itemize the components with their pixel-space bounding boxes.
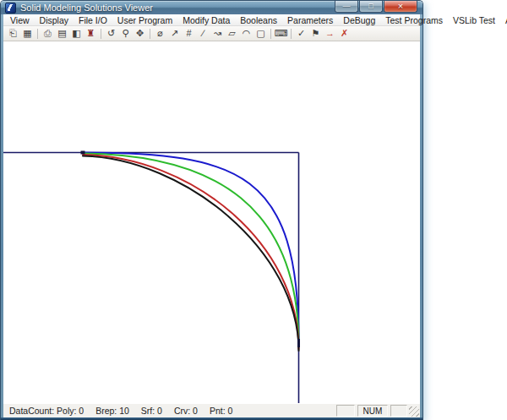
green-blend-curve bbox=[83, 154, 299, 346]
window-title: Solid Modeling Solutions Viewer bbox=[20, 3, 153, 13]
status-datacount: DataCount: Poly: 0 Brep: 10 Srf: 0 Crv: … bbox=[6, 406, 334, 416]
image-icon[interactable]: ▦ bbox=[20, 27, 35, 40]
redo-arrow-icon[interactable]: → bbox=[323, 27, 337, 40]
maximize-button[interactable]: □ bbox=[359, 1, 383, 13]
menu-item-test-programs[interactable]: Test Programs bbox=[380, 14, 448, 25]
blue-blend-curve bbox=[83, 153, 299, 343]
client-area: View Display File I/O User Program Modif… bbox=[3, 14, 420, 417]
toolbar-separator bbox=[37, 29, 38, 39]
menu-item-display[interactable]: Display bbox=[35, 14, 74, 25]
pan-icon[interactable]: ✥ bbox=[133, 27, 147, 40]
line-icon[interactable]: ∕ bbox=[196, 27, 210, 40]
arc-icon[interactable]: ◠ bbox=[239, 27, 254, 40]
num-lock-indicator: NUM bbox=[357, 405, 388, 417]
status-bar: DataCount: Poly: 0 Brep: 10 Srf: 0 Crv: … bbox=[3, 403, 420, 417]
menu-item-vslib-test[interactable]: VSLib Test bbox=[448, 14, 500, 25]
toolbar-separator bbox=[101, 29, 101, 39]
app-icon[interactable] bbox=[5, 3, 16, 14]
check-icon[interactable]: ✓ bbox=[294, 27, 308, 40]
menu-item-view[interactable]: View bbox=[5, 14, 35, 25]
status-pane-blank bbox=[390, 405, 407, 417]
notes-icon[interactable]: ⌨ bbox=[274, 27, 288, 40]
menu-item-booleans[interactable]: Booleans bbox=[235, 14, 282, 25]
menu-item-about[interactable]: About bbox=[500, 14, 507, 25]
polyline-icon[interactable]: ↝ bbox=[210, 27, 225, 40]
end-point-marker bbox=[297, 339, 300, 347]
start-point-marker bbox=[81, 151, 85, 155]
rotate-icon[interactable]: ↺ bbox=[104, 27, 118, 40]
menu-item-debugg[interactable]: DeBugg bbox=[338, 14, 380, 25]
menu-item-modify-data[interactable]: Modify Data bbox=[177, 14, 235, 25]
document-icon[interactable]: ▤ bbox=[55, 27, 69, 40]
menu-item-parameters[interactable]: Parameters bbox=[282, 14, 338, 25]
delete-icon[interactable]: ♜ bbox=[84, 27, 98, 40]
desktop: { "window": { "title": "Solid Modeling S… bbox=[0, 0, 507, 420]
transform-icon[interactable]: ▱ bbox=[225, 27, 239, 40]
toolbar: ⎗ ▦ ⎙ ▤ ◧ ♜ ↺ ⚲ ✥ ⌀ ↗ # ∕ ↝ ▱ ◠ ▢ ⌨ ✓ ⚑ … bbox=[3, 26, 420, 41]
status-segment-poly: DataCount: Poly: 0 bbox=[9, 406, 84, 416]
print-icon[interactable]: ⎙ bbox=[41, 27, 55, 40]
drawing-viewport[interactable] bbox=[3, 41, 420, 403]
eraser-icon[interactable]: ◧ bbox=[69, 27, 84, 40]
status-segment-crv: Crv: 0 bbox=[174, 406, 198, 416]
region-icon[interactable]: ▢ bbox=[254, 27, 268, 40]
toolbar-separator bbox=[291, 29, 292, 39]
title-bar[interactable]: Solid Modeling Solutions Viewer — □ × bbox=[1, 1, 422, 14]
resize-grip[interactable] bbox=[409, 406, 419, 417]
grid-icon[interactable]: # bbox=[182, 27, 196, 40]
zoom-icon[interactable]: ⚲ bbox=[118, 27, 133, 40]
close-button[interactable]: × bbox=[384, 1, 417, 13]
menu-bar: View Display File I/O User Program Modif… bbox=[3, 14, 420, 26]
flag-icon[interactable]: ⚑ bbox=[308, 27, 323, 40]
curve-icon[interactable]: ⌀ bbox=[153, 27, 167, 40]
window-controls: — □ × bbox=[334, 1, 417, 13]
red-blend-curve bbox=[83, 155, 299, 349]
status-segment-brep: Brep: 10 bbox=[95, 406, 129, 416]
app-window: Solid Modeling Solutions Viewer — □ × Vi… bbox=[0, 0, 423, 420]
blend-curves-drawing bbox=[3, 41, 420, 403]
status-segment-srf: Srf: 0 bbox=[141, 406, 162, 416]
menu-item-user-program[interactable]: User Program bbox=[112, 14, 177, 25]
menu-item-file-io[interactable]: File I/O bbox=[74, 14, 112, 25]
status-segment-pnt: Pnt: 0 bbox=[210, 406, 232, 416]
point-icon[interactable]: ↗ bbox=[167, 27, 182, 40]
toolbar-separator bbox=[270, 29, 271, 39]
toolbar-separator bbox=[150, 29, 150, 39]
close-x-icon[interactable]: ✗ bbox=[337, 27, 352, 40]
status-pane-blank bbox=[336, 405, 355, 417]
minimize-button[interactable]: — bbox=[335, 1, 358, 13]
open-icon[interactable]: ⎗ bbox=[6, 27, 20, 40]
